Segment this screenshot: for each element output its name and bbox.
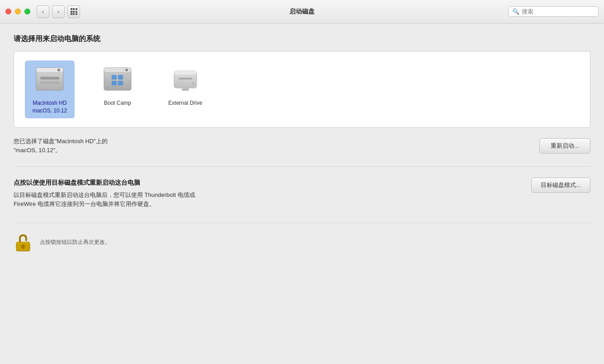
drive-boot-camp[interactable]: Boot Camp (93, 61, 142, 111)
drive-subtitle: macOS, 10.12 (33, 107, 67, 114)
macintosh-hd-icon (34, 64, 66, 96)
svg-rect-9 (112, 81, 117, 85)
drive-name: External Drive (168, 100, 202, 106)
drive-macintosh-hd[interactable]: Macintosh HD macOS, 10.12 (25, 61, 75, 118)
svg-rect-10 (118, 81, 123, 85)
main-content: 请选择用来启动电脑的系统 (0, 23, 604, 263)
svg-rect-17 (183, 89, 188, 90)
traffic-lights (5, 9, 30, 14)
svg-rect-21 (16, 242, 30, 244)
titlebar: ‹ › 启动磁盘 🔍 (0, 0, 604, 23)
minimize-button[interactable] (15, 9, 21, 14)
boot-camp-icon (102, 64, 133, 96)
svg-rect-8 (118, 75, 123, 79)
back-button[interactable]: ‹ (37, 5, 49, 18)
target-text: 点按以便使用目标磁盘模式重新启动这台电脑 以目标磁盘模式重新启动这台电脑后，您可… (14, 177, 195, 209)
svg-rect-2 (40, 77, 59, 79)
lock-message: 点按锁按钮以防止再次更改。 (40, 238, 110, 246)
grid-view-button[interactable] (67, 5, 80, 18)
grid-icon (71, 8, 77, 15)
drives-box: Macintosh HD macOS, 10.12 (14, 51, 590, 128)
svg-rect-13 (174, 71, 197, 75)
target-title: 点按以便使用目标磁盘模式重新启动这台电脑 (14, 177, 195, 187)
svg-rect-20 (22, 246, 24, 249)
svg-rect-7 (112, 75, 117, 79)
macintosh-hd-label: Macintosh HD macOS, 10.12 (33, 99, 67, 115)
drive-name: Macintosh HD (33, 100, 66, 106)
external-drive-label: External Drive (168, 99, 202, 107)
svg-point-11 (125, 69, 128, 71)
close-button[interactable] (5, 9, 11, 14)
boot-camp-label: Boot Camp (104, 99, 131, 107)
boot-camp-svg (102, 64, 133, 93)
external-drive-svg (170, 64, 201, 93)
search-box[interactable]: 🔍 (508, 6, 599, 17)
forward-button[interactable]: › (52, 5, 65, 18)
info-row: 您已选择了磁盘"Macintosh HD"上的"macOS, 10.12"。 重… (14, 137, 590, 167)
maximize-button[interactable] (24, 9, 30, 14)
drive-external[interactable]: External Drive (160, 61, 210, 111)
external-drive-icon (170, 64, 201, 96)
lock-icon[interactable] (14, 232, 33, 252)
restart-button[interactable]: 重新启动... (539, 138, 590, 154)
svg-point-4 (57, 69, 60, 71)
window-title: 启动磁盘 (289, 8, 315, 16)
search-input[interactable] (522, 8, 595, 15)
target-section: 点按以便使用目标磁盘模式重新启动这台电脑 以目标磁盘模式重新启动这台电脑后，您可… (14, 177, 590, 209)
section-title: 请选择用来启动电脑的系统 (14, 34, 590, 44)
drive-name: Boot Camp (104, 100, 131, 106)
search-icon: 🔍 (512, 8, 519, 15)
selected-disk-info: 您已选择了磁盘"Macintosh HD"上的"macOS, 10.12"。 (14, 137, 108, 156)
mac-hd-svg (34, 64, 66, 93)
nav-buttons: ‹ › (37, 5, 65, 18)
lock-svg (14, 232, 33, 252)
svg-rect-3 (40, 81, 59, 84)
svg-rect-14 (179, 78, 192, 79)
target-desc: 以目标磁盘模式重新启动这台电脑后，您可以使用 Thunderbolt 电缆或Fi… (14, 191, 195, 210)
lock-section: 点按锁按钮以防止再次更改。 (14, 223, 590, 252)
svg-point-15 (192, 82, 194, 85)
target-disk-mode-button[interactable]: 目标磁盘模式... (531, 177, 590, 193)
